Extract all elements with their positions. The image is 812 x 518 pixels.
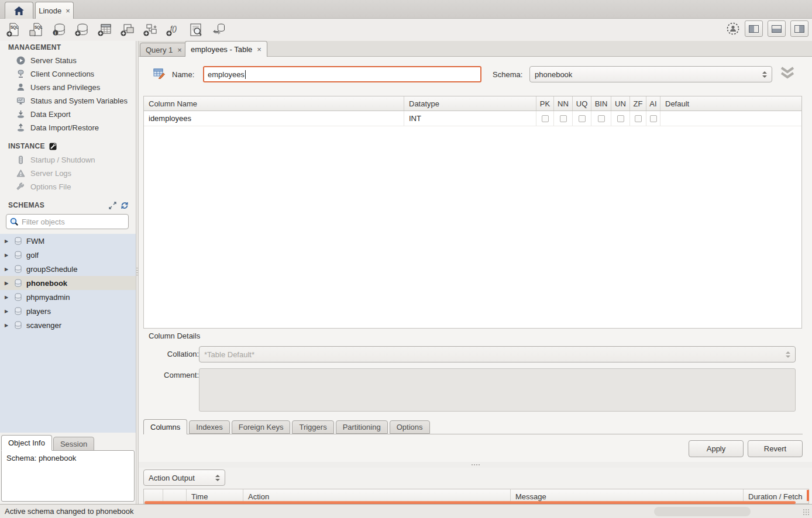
toggle-bottom-panel-button[interactable]	[768, 20, 786, 37]
table-name-input[interactable]: employees	[203, 66, 481, 82]
collation-value: *Table Default*	[204, 350, 786, 359]
sidebar-item-system-variables[interactable]: Status and System Variables	[0, 94, 136, 108]
expander-icon[interactable]: ▶	[5, 267, 10, 272]
output-type-select[interactable]: Action Output	[143, 469, 225, 486]
management-nav: Server Status Client Connections Users a…	[0, 54, 136, 134]
home-tab[interactable]	[5, 2, 33, 19]
schema-filter	[6, 214, 129, 229]
left-panel-icon	[749, 25, 759, 33]
cell-default[interactable]	[660, 111, 801, 126]
schema-icon	[14, 237, 22, 245]
ai-checkbox[interactable]	[650, 115, 657, 122]
sidebar-item-server-status[interactable]: Server Status	[0, 54, 136, 67]
cell-un	[611, 111, 630, 126]
create-schema-icon[interactable]	[73, 21, 91, 39]
tab-columns[interactable]: Columns	[143, 419, 187, 434]
open-sql-script-icon[interactable]: SQL	[27, 21, 45, 39]
tab-employees-table[interactable]: employees - Table ×	[185, 41, 267, 57]
tab-triggers[interactable]: Triggers	[292, 420, 333, 434]
close-icon[interactable]: ×	[257, 46, 262, 53]
schema-inspector-icon[interactable]: i	[50, 21, 68, 39]
svg-text:SQL: SQL	[11, 25, 18, 30]
refresh-schemas-icon[interactable]	[121, 202, 129, 209]
expander-icon[interactable]: ▶	[5, 239, 10, 244]
schema-name: players	[26, 307, 51, 316]
schema-row-players[interactable]: ▶ players	[0, 304, 136, 318]
expand-schemas-icon[interactable]	[109, 202, 116, 209]
create-function-icon[interactable]: f()	[164, 21, 182, 39]
toggle-left-sidebar-button[interactable]	[745, 20, 763, 37]
expand-header-chevron-icon[interactable]	[780, 67, 795, 80]
create-procedure-icon[interactable]	[142, 21, 159, 39]
sidebar-item-options-file[interactable]: Options File	[0, 180, 136, 194]
create-table-icon[interactable]	[96, 21, 113, 39]
schema-row-phpmyadmin[interactable]: ▶ phpmyadmin	[0, 290, 136, 304]
cell-datatype[interactable]: INT	[404, 111, 536, 126]
schema-row-phonebook[interactable]: ▶ phonebook	[0, 276, 136, 290]
client-connections-icon	[16, 70, 25, 79]
svg-text:SQL: SQL	[35, 25, 42, 30]
un-checkbox[interactable]	[617, 115, 624, 122]
schema-row-golf[interactable]: ▶ golf	[0, 248, 136, 262]
schema-select[interactable]: phonebook	[529, 66, 772, 82]
zf-checkbox[interactable]	[635, 115, 642, 122]
schema-row-fwm[interactable]: ▶ FWM	[0, 234, 136, 248]
expander-icon[interactable]: ▶	[5, 253, 10, 258]
sidebar-item-label: Data Export	[30, 110, 71, 119]
schema-row-scavenger[interactable]: ▶ scavenger	[0, 318, 136, 332]
bin-checkbox[interactable]	[598, 115, 605, 122]
schema-filter-input[interactable]	[22, 217, 125, 226]
nn-checkbox[interactable]	[560, 115, 567, 122]
sidebar-item-server-logs[interactable]: Server Logs	[0, 167, 136, 180]
name-label: Name:	[172, 70, 194, 79]
uq-checkbox[interactable]	[579, 115, 586, 122]
vertical-scrollbar[interactable]	[807, 490, 809, 501]
tab-object-info[interactable]: Object Info	[1, 435, 52, 451]
schema-icon	[14, 307, 22, 315]
cell-column-name[interactable]: idemployees	[144, 111, 404, 126]
cell-pk	[536, 111, 554, 126]
splitter-grip	[136, 268, 138, 276]
new-sql-tab-icon[interactable]: SQL	[5, 21, 22, 39]
admin-badge-icon	[49, 143, 57, 150]
schema-name: phonebook	[26, 279, 67, 288]
schema-icon	[14, 321, 22, 329]
schema-list: ▶ FWM ▶ golf ▶ groupSchedule ▶ phonebook…	[0, 234, 136, 433]
table-row[interactable]: idemployees INT	[144, 111, 801, 126]
revert-button[interactable]: Revert	[748, 440, 803, 457]
tab-session[interactable]: Session	[53, 437, 94, 451]
pk-checkbox[interactable]	[542, 115, 549, 122]
expander-icon[interactable]: ▶	[5, 295, 10, 300]
sidebar-item-startup-shutdown[interactable]: Startup / Shutdown	[0, 153, 136, 167]
tab-query-1[interactable]: Query 1 ×	[140, 43, 188, 57]
expander-icon[interactable]: ▶	[5, 309, 10, 314]
connection-tab[interactable]: Linode ×	[35, 2, 74, 19]
apply-button[interactable]: Apply	[689, 440, 744, 457]
tab-indexes[interactable]: Indexes	[189, 420, 230, 434]
table-search-icon[interactable]	[187, 21, 205, 39]
output-splitter[interactable]	[139, 462, 812, 468]
create-view-icon[interactable]	[119, 21, 136, 39]
expander-icon[interactable]: ▶	[5, 323, 10, 328]
toggle-right-sidebar-button[interactable]	[790, 20, 808, 37]
object-info-text: Schema: phonebook	[6, 454, 76, 462]
schema-row-groupschedule[interactable]: ▶ groupSchedule	[0, 262, 136, 276]
management-section-title: MANAGEMENT	[0, 43, 136, 51]
close-icon[interactable]: ×	[66, 7, 70, 15]
window-resize-grip[interactable]	[803, 509, 810, 516]
expander-icon[interactable]: ▶	[5, 281, 10, 286]
table-editor-tabs: Columns Indexes Foreign Keys Triggers Pa…	[143, 419, 803, 434]
sidebar-item-client-connections[interactable]: Client Connections	[0, 67, 136, 81]
tab-foreign-keys[interactable]: Foreign Keys	[232, 420, 291, 434]
sidebar-item-data-export[interactable]: Data Export	[0, 108, 136, 121]
text-caret	[245, 70, 246, 79]
schema-name: scavenger	[26, 321, 61, 330]
tab-options[interactable]: Options	[390, 420, 430, 434]
sidebar-item-users-privileges[interactable]: Users and Privileges	[0, 81, 136, 94]
sidebar-item-data-import[interactable]: Data Import/Restore	[0, 121, 136, 134]
reconnect-db-icon[interactable]	[210, 21, 228, 39]
schema-name: phpmyadmin	[26, 293, 70, 302]
edit-table-icon	[153, 68, 165, 79]
close-icon[interactable]: ×	[177, 46, 182, 54]
tab-partitioning[interactable]: Partitioning	[336, 420, 388, 434]
